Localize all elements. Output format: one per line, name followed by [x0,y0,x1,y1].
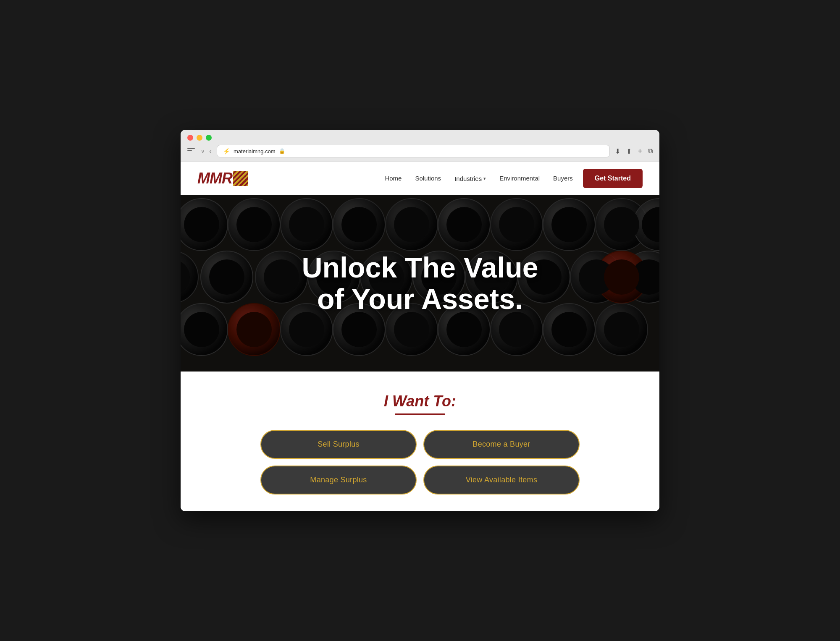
sell-surplus-button[interactable]: Sell Surplus [260,430,417,459]
maximize-button[interactable] [206,135,212,141]
browser-controls: ∨ ‹ [187,147,212,156]
cta-section: I Want To: Sell Surplus Become a Buyer M… [181,372,659,511]
nav-buyers[interactable]: Buyers [553,175,573,182]
sidebar-toggle-icon[interactable] [187,148,195,154]
nav-industries[interactable]: Industries ▾ [454,175,486,182]
share-icon[interactable]: ⬆ [626,147,632,155]
logo-text: MMR [197,170,232,187]
browser-chrome: ∨ ‹ ⚡ materialmng.com 🔒 ⬇ ⬆ + ⧉ [181,130,659,162]
website-content: MMR Home Solutions Industries ▾ [181,162,659,511]
industries-dropdown-icon: ▾ [483,176,486,181]
environmental-link[interactable]: Environmental [499,175,540,182]
cta-buttons-grid: Sell Surplus Become a Buyer Manage Surpl… [260,430,580,494]
url-text: materialmng.com [234,148,276,154]
hero-title: Unlock The Value of Your Assets. [302,252,538,315]
nav-environmental[interactable]: Environmental [499,175,540,182]
cta-underline [395,413,445,415]
site-icon: ⚡ [223,148,230,154]
traffic-lights [187,135,653,141]
logo[interactable]: MMR [197,170,248,187]
nav-home[interactable]: Home [385,175,402,182]
view-available-items-button[interactable]: View Available Items [423,466,580,494]
browser-window: ∨ ‹ ⚡ materialmng.com 🔒 ⬇ ⬆ + ⧉ MMR [181,130,659,511]
minimize-button[interactable] [197,135,202,141]
manage-surplus-button[interactable]: Manage Surplus [260,466,417,494]
browser-actions: ⬇ ⬆ + ⧉ [615,147,653,156]
become-buyer-button[interactable]: Become a Buyer [423,430,580,459]
hero-section: Unlock The Value of Your Assets. [181,195,659,372]
lock-icon: 🔒 [279,148,285,154]
browser-toolbar: ∨ ‹ ⚡ materialmng.com 🔒 ⬇ ⬆ + ⧉ [187,145,653,162]
address-bar[interactable]: ⚡ materialmng.com 🔒 [217,145,610,157]
back-button[interactable]: ‹ [209,147,212,156]
main-navigation: MMR Home Solutions Industries ▾ [181,162,659,195]
get-started-button[interactable]: Get Started [583,169,643,188]
industries-link[interactable]: Industries [454,175,482,182]
hero-content: Unlock The Value of Your Assets. [181,195,659,372]
home-link[interactable]: Home [385,175,402,182]
close-button[interactable] [187,135,193,141]
buyers-link[interactable]: Buyers [553,175,573,182]
solutions-link[interactable]: Solutions [415,175,441,182]
chevron-dropdown-icon[interactable]: ∨ [201,148,205,154]
download-icon[interactable]: ⬇ [615,147,620,155]
new-tab-icon[interactable]: + [638,147,642,156]
cta-title: I Want To: [197,392,643,410]
nav-solutions[interactable]: Solutions [415,175,441,182]
nav-links: Home Solutions Industries ▾ Environmenta… [385,175,572,182]
logo-icon [233,171,248,186]
duplicate-icon[interactable]: ⧉ [648,147,653,155]
